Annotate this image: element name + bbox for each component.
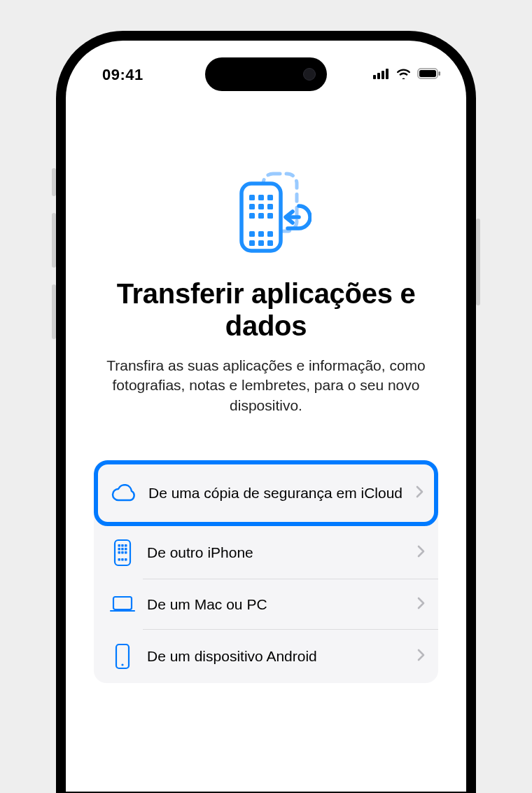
- front-camera-icon: [303, 68, 316, 81]
- svg-rect-22: [258, 240, 264, 246]
- svg-point-39: [121, 663, 123, 666]
- svg-rect-27: [125, 544, 127, 547]
- svg-rect-14: [267, 204, 273, 209]
- svg-rect-3: [386, 69, 388, 79]
- option-mac-pc[interactable]: De um Mac ou PC: [94, 579, 438, 630]
- svg-rect-31: [118, 551, 121, 554]
- cloud-icon: [108, 484, 140, 502]
- option-other-iphone[interactable]: De outro iPhone: [94, 526, 438, 579]
- options-list: De uma cópia de segurança em iCloud: [94, 460, 438, 683]
- laptop-icon: [106, 595, 139, 614]
- svg-rect-25: [118, 544, 121, 547]
- svg-rect-36: [125, 558, 127, 561]
- chevron-right-icon: [417, 597, 426, 612]
- option-label: De uma cópia de segurança em iCloud: [140, 484, 416, 502]
- svg-rect-5: [419, 70, 436, 77]
- svg-rect-30: [125, 548, 127, 551]
- phone-frame: 09:41: [56, 31, 476, 793]
- svg-rect-19: [258, 231, 264, 237]
- phone-side-button-right: [476, 219, 480, 305]
- svg-rect-33: [125, 551, 127, 554]
- svg-rect-12: [249, 204, 255, 209]
- svg-rect-15: [249, 213, 255, 219]
- chevron-right-icon: [417, 649, 426, 664]
- svg-rect-10: [258, 195, 264, 200]
- option-label: De um Mac ou PC: [139, 595, 417, 614]
- svg-rect-13: [258, 204, 264, 209]
- content-area: Transferir aplicações e dados Transfira …: [66, 41, 466, 683]
- svg-rect-23: [267, 240, 273, 246]
- battery-icon: [417, 68, 441, 82]
- svg-rect-11: [267, 195, 273, 200]
- svg-rect-16: [258, 213, 264, 219]
- phone-screen: 09:41: [66, 41, 466, 792]
- option-label: De outro iPhone: [139, 544, 417, 562]
- android-phone-icon: [106, 642, 139, 670]
- svg-rect-17: [267, 213, 273, 219]
- option-icloud-backup[interactable]: De uma cópia de segurança em iCloud: [94, 460, 438, 526]
- svg-rect-20: [267, 231, 273, 237]
- chevron-right-icon: [416, 485, 424, 501]
- svg-rect-21: [249, 240, 255, 246]
- svg-rect-35: [121, 558, 124, 561]
- cellular-signal-icon: [373, 68, 390, 82]
- svg-rect-6: [439, 71, 441, 76]
- wifi-icon: [396, 68, 412, 82]
- status-time: 09:41: [102, 66, 144, 84]
- chevron-right-icon: [417, 545, 426, 560]
- svg-rect-34: [118, 558, 121, 561]
- svg-rect-37: [113, 597, 132, 609]
- page-subtitle: Transfira as suas aplicações e informaçã…: [94, 356, 438, 415]
- svg-rect-29: [121, 548, 124, 551]
- svg-rect-0: [373, 75, 376, 79]
- svg-rect-2: [382, 71, 384, 79]
- svg-rect-9: [249, 195, 255, 200]
- svg-rect-32: [121, 551, 124, 554]
- status-icons: [373, 68, 441, 82]
- svg-rect-26: [121, 544, 124, 547]
- svg-rect-28: [118, 548, 121, 551]
- option-label: De um dispositivo Android: [139, 647, 417, 666]
- transfer-hero-icon: [94, 167, 438, 258]
- iphone-grid-icon: [106, 539, 139, 567]
- page-title: Transferir aplicações e dados: [94, 277, 438, 342]
- svg-rect-18: [249, 231, 255, 237]
- dynamic-island: [205, 57, 327, 91]
- svg-rect-1: [377, 73, 380, 79]
- option-android[interactable]: De um dispositivo Android: [94, 630, 438, 683]
